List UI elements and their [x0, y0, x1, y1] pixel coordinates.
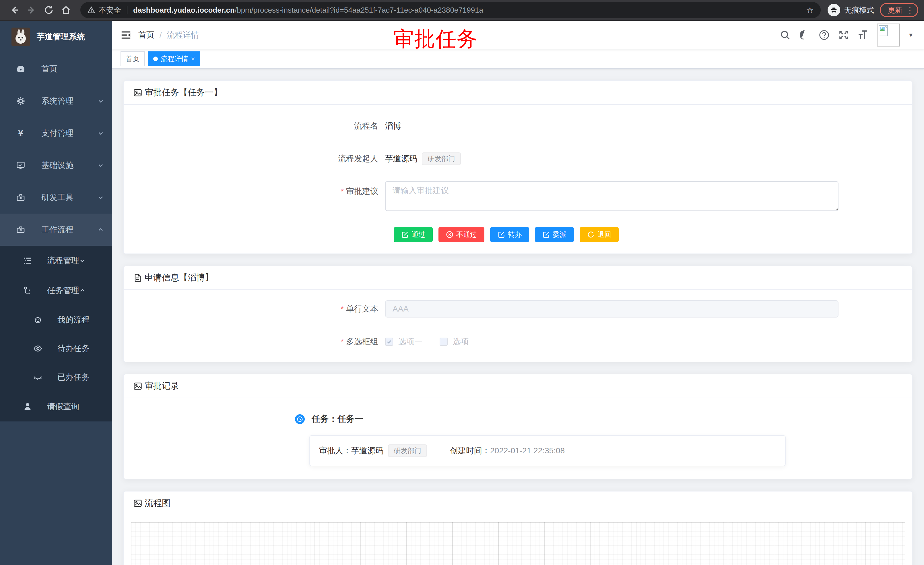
- sidebar-item-home[interactable]: 首页: [0, 53, 112, 85]
- caret-down-icon[interactable]: ▼: [908, 32, 914, 39]
- sidebar-item-label: 任务管理: [47, 285, 79, 296]
- sidebar-item-workflow[interactable]: 工作流程: [0, 213, 112, 246]
- field-label: *单行文本: [135, 300, 385, 317]
- sidebar-item-done-tasks[interactable]: 已办任务: [0, 363, 112, 392]
- url-bar[interactable]: 不安全 dashboard.yudao.iocoder.cn/bpm/proce…: [80, 2, 821, 18]
- robot-icon: [33, 315, 42, 325]
- sidebar-item-label: 待办任务: [57, 343, 90, 354]
- form-row-text: *单行文本: [135, 300, 900, 317]
- sidebar-item-payment[interactable]: ¥ 支付管理: [0, 117, 112, 149]
- sidebar-item-infra[interactable]: 基础设施: [0, 149, 112, 182]
- sidebar-item-label: 首页: [41, 63, 104, 74]
- forward-icon[interactable]: [23, 2, 40, 19]
- sidebar-item-task-mgmt[interactable]: 任务管理: [0, 276, 112, 305]
- chevron-down-icon: [79, 257, 86, 264]
- reject-button[interactable]: 不通过: [438, 227, 484, 242]
- approve-record-card: 审批记录 任务：任务一 审批人： 芋道源码 研发部门: [123, 374, 912, 479]
- app-title: 芋道管理系统: [37, 31, 85, 42]
- workflow-submenu: 流程管理 任务管理 我的流程: [0, 246, 112, 421]
- help-icon[interactable]: [818, 29, 830, 41]
- yen-icon: ¥: [16, 129, 25, 138]
- sidebar-logo-row[interactable]: 芋道管理系统: [0, 21, 112, 53]
- url-path: /bpm/process-instance/detail?id=54aa251f…: [235, 6, 483, 14]
- sidebar-item-system[interactable]: 系统管理: [0, 85, 112, 117]
- breadcrumb-home[interactable]: 首页: [138, 30, 154, 41]
- fullscreen-icon[interactable]: [838, 29, 849, 41]
- update-button[interactable]: 更新 ⋮: [880, 3, 918, 17]
- opinion-textarea[interactable]: [385, 181, 838, 211]
- card-header: 申请信息【滔博】: [124, 266, 912, 290]
- edit-icon: [401, 231, 409, 238]
- card-header: 审批记录: [124, 374, 912, 398]
- sidebar-item-process-mgmt[interactable]: 流程管理: [0, 246, 112, 276]
- card-title: 审批记录: [145, 380, 179, 392]
- delegate-button[interactable]: 委派: [535, 227, 574, 242]
- bookmark-star-icon[interactable]: ☆: [806, 5, 814, 15]
- sidebar-item-devtools[interactable]: 研发工具: [0, 182, 112, 213]
- home-icon[interactable]: [57, 2, 75, 19]
- approve-button[interactable]: 通过: [394, 227, 433, 242]
- tab-home[interactable]: 首页: [120, 51, 145, 66]
- refresh-left-icon: [587, 231, 595, 238]
- checkbox-unchecked-icon: [440, 338, 448, 346]
- tags-view-bar: 首页 流程详情 ×: [112, 50, 924, 69]
- reload-icon[interactable]: [40, 2, 57, 19]
- warning-icon: [87, 6, 95, 14]
- list-icon: [23, 256, 32, 265]
- card-header: 审批任务【任务一】: [124, 81, 912, 105]
- breadcrumb-separator: /: [159, 30, 162, 40]
- sidebar-item-label: 已办任务: [57, 372, 90, 383]
- incognito-badge: 无痕模式: [828, 4, 874, 17]
- sidebar: 芋道管理系统 首页 系统管理 ¥ 支付管理: [0, 21, 112, 565]
- avatar-broken-image[interactable]: [877, 24, 900, 47]
- github-icon[interactable]: [799, 29, 810, 41]
- form-row-initiator: 流程发起人 芋道源码 研发部门: [135, 150, 900, 167]
- created-value: 2022-01-21 22:35:08: [490, 446, 565, 455]
- incognito-label: 无痕模式: [844, 5, 874, 15]
- main-area: 审批任务 首页 / 流程详情: [112, 21, 924, 565]
- sidebar-item-label: 研发工具: [41, 192, 98, 203]
- card-body: 流程名 滔博 流程发起人 芋道源码 研发部门 *审批建议: [124, 105, 912, 254]
- checkbox-group: 选项一 选项二: [385, 333, 477, 350]
- picture-icon: [133, 382, 142, 391]
- action-buttons: 通过 不通过 转办 委: [394, 227, 900, 242]
- initiator-value: 芋道源码: [385, 150, 417, 167]
- breadcrumb: 首页 / 流程详情: [138, 30, 199, 41]
- font-size-icon[interactable]: [857, 29, 869, 41]
- sidebar-item-todo-tasks[interactable]: 待办任务: [0, 334, 112, 363]
- tab-process-detail[interactable]: 流程详情 ×: [148, 51, 200, 66]
- sidebar-fold-icon[interactable]: [112, 21, 138, 50]
- gear-icon: [16, 96, 25, 106]
- card-title: 申请信息【滔博】: [145, 272, 213, 284]
- bpmn-canvas[interactable]: [131, 522, 905, 565]
- navbar: 首页 / 流程详情: [112, 21, 924, 50]
- incognito-icon: [828, 4, 840, 17]
- annotation-text: 审批任务: [393, 25, 478, 53]
- chevron-down-icon: [98, 162, 104, 168]
- security-label: 不安全: [99, 5, 121, 15]
- transfer-button[interactable]: 转办: [490, 227, 529, 242]
- close-icon[interactable]: ×: [191, 55, 195, 63]
- briefcase-icon: [16, 225, 25, 234]
- dashboard-icon: [16, 64, 25, 74]
- browser-toolbar: 不安全 dashboard.yudao.iocoder.cn/bpm/proce…: [0, 0, 924, 21]
- sidebar-item-label: 我的流程: [57, 314, 90, 325]
- sidebar-item-leave-query[interactable]: 请假查询: [0, 392, 112, 421]
- page-content: 审批任务【任务一】 流程名 滔博 流程发起人 芋道源码 研发部门: [112, 69, 924, 565]
- form-row-process-name: 流程名 滔博: [135, 117, 900, 135]
- security-chip[interactable]: 不安全: [87, 5, 121, 15]
- return-button[interactable]: 退回: [580, 227, 619, 242]
- url-text: dashboard.yudao.iocoder.cn/bpm/process-i…: [133, 6, 801, 15]
- eye-closed-icon: [33, 373, 42, 382]
- back-icon[interactable]: [6, 2, 23, 19]
- dept-tag: 研发部门: [388, 445, 427, 457]
- kebab-menu-icon[interactable]: ⋮: [906, 6, 914, 15]
- card-header: 流程图: [124, 491, 912, 515]
- search-icon[interactable]: [779, 29, 791, 41]
- card-body: 任务：任务一 审批人： 芋道源码 研发部门 创建时间： 2022-01-21 2…: [124, 398, 912, 479]
- chevron-up-icon: [79, 287, 86, 294]
- sidebar-item-label: 基础设施: [41, 160, 98, 171]
- sidebar-filler: [0, 421, 112, 565]
- checkbox-label: 选项二: [453, 336, 477, 347]
- sidebar-item-my-process[interactable]: 我的流程: [0, 305, 112, 334]
